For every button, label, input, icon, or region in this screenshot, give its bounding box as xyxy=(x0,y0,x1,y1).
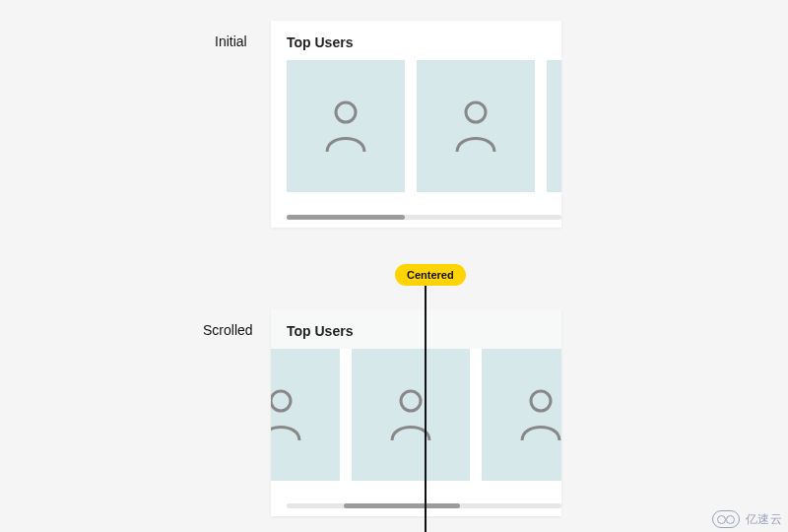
centered-pill: Centered xyxy=(395,264,466,286)
panel-initial: Top Users xyxy=(271,21,561,228)
panel-title: Top Users xyxy=(271,21,561,60)
user-icon xyxy=(451,99,500,154)
watermark-text: 亿速云 xyxy=(746,511,783,528)
cards-track xyxy=(271,349,561,487)
scrollbar-thumb[interactable] xyxy=(344,503,460,508)
panel-title: Top Users xyxy=(271,309,561,349)
user-icon xyxy=(271,387,305,442)
svg-point-5 xyxy=(531,391,551,411)
svg-point-0 xyxy=(336,102,356,122)
center-guideline xyxy=(425,286,427,532)
panel-scrolled: Top Users xyxy=(271,309,561,516)
watermark: 亿速云 xyxy=(712,510,783,528)
user-icon xyxy=(386,387,435,442)
cards-viewport[interactable] xyxy=(271,60,561,208)
state-label-initial: Initial xyxy=(215,33,247,49)
watermark-icon xyxy=(712,510,740,528)
user-card[interactable] xyxy=(482,349,561,481)
user-card[interactable] xyxy=(547,60,561,192)
svg-point-4 xyxy=(401,391,421,411)
user-card[interactable] xyxy=(417,60,535,192)
cards-viewport[interactable] xyxy=(271,349,561,497)
scrollbar[interactable] xyxy=(287,215,561,220)
user-icon xyxy=(321,99,370,154)
user-card[interactable] xyxy=(271,349,340,481)
state-label-scrolled: Scrolled xyxy=(203,322,253,338)
svg-point-1 xyxy=(466,102,486,122)
user-icon xyxy=(516,387,561,442)
svg-point-3 xyxy=(271,391,291,411)
scrollbar-thumb[interactable] xyxy=(287,215,405,220)
user-card[interactable] xyxy=(287,60,405,192)
cards-track xyxy=(287,60,561,198)
user-card[interactable] xyxy=(352,349,470,481)
